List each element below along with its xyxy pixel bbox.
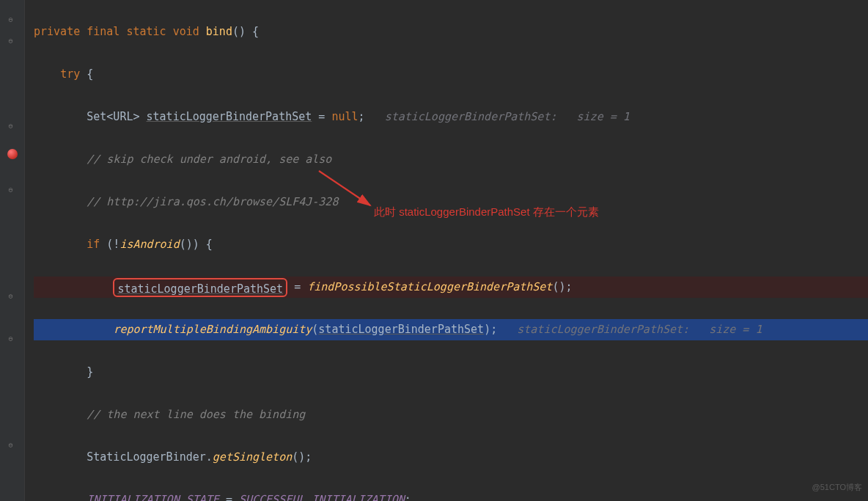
code-line[interactable]: // the next line does the binding [34, 404, 868, 425]
fold-icon[interactable]: ⊖ [9, 335, 16, 343]
code-line[interactable]: INITIALIZATION_STATE = SUCCESSFUL_INITIA… [34, 489, 868, 501]
watermark: @51CTO博客 [812, 477, 862, 498]
annotation-text: 此时 staticLoggerBinderPathSet 存在一个元素 [374, 201, 599, 222]
breakpoint-icon[interactable] [7, 149, 18, 159]
code-line[interactable]: } [34, 362, 868, 383]
code-line[interactable]: Set<URL> staticLoggerBinderPathSet = nul… [34, 106, 868, 128]
code-line[interactable]: // skip check under android, see also [34, 149, 868, 170]
fold-icon[interactable]: ⊖ [9, 37, 16, 45]
inline-hint: staticLoggerBinderPathSet: size = 1 [517, 323, 762, 336]
code-line[interactable]: if (!isAndroid()) { [34, 234, 868, 255]
fold-icon[interactable]: ⊖ [9, 293, 16, 300]
fold-icon[interactable]: ⊖ [9, 122, 16, 130]
code-line[interactable]: StaticLoggerBinder.getSingleton(); [34, 447, 868, 468]
highlight-box: staticLoggerBinderPathSet [113, 278, 287, 297]
code-line-execution[interactable]: reportMultipleBindingAmbiguity(staticLog… [34, 319, 868, 340]
editor-gutter[interactable]: ⊖ ⊖ ⊖ ⊖ ⊖ ⊖ ⊖ [0, 0, 25, 501]
fold-icon[interactable]: ⊖ [9, 16, 16, 23]
code-editor[interactable]: private final static void bind() { try {… [25, 0, 868, 501]
fold-icon[interactable]: ⊖ [9, 186, 16, 194]
inline-hint: staticLoggerBinderPathSet: size = 1 [385, 110, 630, 123]
code-line[interactable]: private final static void bind() { [34, 21, 868, 43]
fold-icon[interactable]: ⊖ [9, 442, 16, 449]
code-line-breakpoint[interactable]: staticLoggerBinderPathSet = findPossible… [34, 277, 868, 298]
code-line[interactable]: try { [34, 64, 868, 85]
